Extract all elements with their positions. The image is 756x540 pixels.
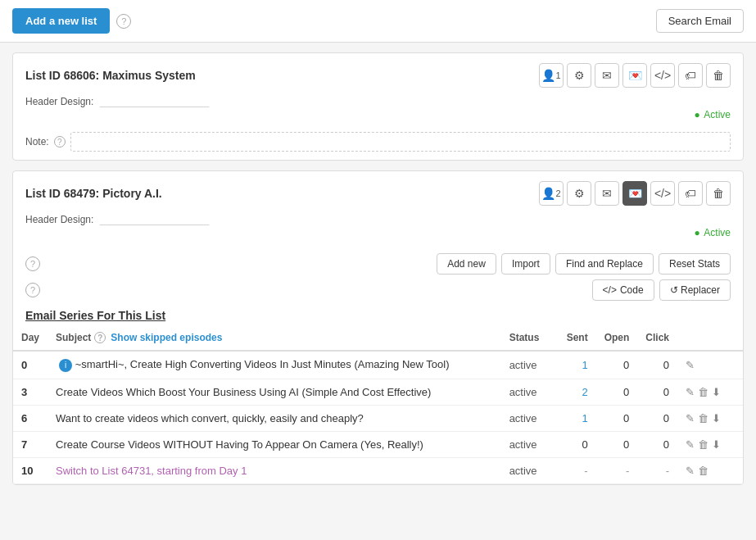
cell-sent-3: 0 <box>559 431 596 457</box>
person-icon: 👤 <box>541 69 555 82</box>
trash-button-68606[interactable]: 🗑 <box>706 63 731 88</box>
edit-icon-0[interactable]: ✎ <box>686 359 695 371</box>
cell-click-4: - <box>637 457 677 483</box>
cell-sent-2[interactable]: 1 <box>559 405 596 431</box>
code-symbol-icon: </> <box>603 284 617 296</box>
trash-icon-row-2[interactable]: 🗑 <box>698 412 708 424</box>
edit-icon-3[interactable]: ✎ <box>686 438 695 451</box>
trash-icon-row-4[interactable]: 🗑 <box>698 465 708 477</box>
search-email-button[interactable]: Search Email <box>656 9 744 33</box>
cell-day-0: 0 <box>13 351 48 379</box>
cell-status-4: active <box>501 457 559 483</box>
subject-help-icon[interactable]: ? <box>94 332 106 343</box>
table-row: 6Want to create videos which convert, qu… <box>13 405 743 431</box>
cell-actions-4: ✎🗑 <box>677 457 743 483</box>
add-list-help-icon[interactable]: ? <box>116 14 131 29</box>
note-row-68606: Note: ? <box>13 127 743 160</box>
active-dot-68479: ● <box>694 227 699 238</box>
edit-icon-4[interactable]: ✎ <box>686 465 695 477</box>
cell-open-4: - <box>596 457 638 483</box>
cell-subject-3: Create Course Videos WITHOUT Having To A… <box>48 431 501 457</box>
envelope-button-68479[interactable]: 💌 <box>622 181 647 206</box>
find-replace-button[interactable]: Find and Replace <box>555 253 654 275</box>
cell-actions-0: ✎ <box>677 351 743 379</box>
active-dot-68606: ● <box>694 109 699 120</box>
cell-open-2: 0 <box>596 405 638 431</box>
cell-sent-4: - <box>559 457 596 483</box>
info-icon-0[interactable]: i <box>59 359 72 372</box>
list-card-68606: List ID 68606: Maximus System 👤 1 ⚙ ✉ 💌 … <box>12 52 744 161</box>
col-click: Click <box>637 325 677 351</box>
table-row: 7Create Course Videos WITHOUT Having To … <box>13 431 743 457</box>
cell-status-1: active <box>501 379 559 405</box>
header-design-68606: Header Design: ____________________ <box>13 94 743 107</box>
cell-day-3: 7 <box>13 431 48 457</box>
subscriber-count-button-68606[interactable]: 👤 1 <box>539 63 564 88</box>
replacer-button[interactable]: ↺ Replacer <box>659 279 731 301</box>
import-button[interactable]: Import <box>501 253 550 275</box>
cell-open-0: 0 <box>596 351 638 379</box>
code-button-68479[interactable]: </> <box>650 181 675 206</box>
note-input-68606[interactable] <box>70 132 731 152</box>
cell-subject-4[interactable]: Switch to List 64731, starting from Day … <box>48 457 501 483</box>
table-row: 0i ~smartHi~, Create High Converting Vid… <box>13 351 743 379</box>
download-icon-3[interactable]: ⬇ <box>712 438 721 451</box>
add-new-list-button[interactable]: Add a new list <box>12 8 110 34</box>
trash-icon: 🗑 <box>713 69 724 82</box>
download-icon-2[interactable]: ⬇ <box>712 412 721 424</box>
cell-actions-2: ✎🗑⬇ <box>677 405 743 431</box>
trash-icon-2: 🗑 <box>713 187 724 200</box>
tag-button-68479[interactable]: 🏷 <box>678 181 703 206</box>
list-actions-68479: 👤 2 ⚙ ✉ 💌 </> 🏷 🗑 <box>539 181 731 206</box>
email-icon: ✉ <box>602 69 612 82</box>
code-btn[interactable]: </> Code <box>592 279 654 301</box>
show-skipped-link[interactable]: Show skipped episodes <box>111 332 222 343</box>
cell-click-0: 0 <box>637 351 677 379</box>
envelope-button-68606[interactable]: 💌 <box>622 63 647 88</box>
edit-icon-1[interactable]: ✎ <box>686 386 695 398</box>
gear-icon: ⚙ <box>574 69 585 82</box>
reset-stats-button[interactable]: Reset Stats <box>659 253 731 275</box>
list-header-68606: List ID 68606: Maximus System 👤 1 ⚙ ✉ 💌 … <box>13 53 743 94</box>
note-help-icon[interactable]: ? <box>54 136 66 147</box>
replacer-icon: ↺ <box>670 284 678 296</box>
active-badge-68606: ● Active <box>13 107 743 127</box>
add-new-button[interactable]: Add new <box>437 253 496 275</box>
trash-button-68479[interactable]: 🗑 <box>706 181 731 206</box>
cell-sent-0[interactable]: 1 <box>559 351 596 379</box>
email-button-68479[interactable]: ✉ <box>595 181 619 206</box>
second-toolbar: ? </> Code ↺ Replacer <box>13 275 743 301</box>
envelope-icon-2: 💌 <box>628 187 642 200</box>
series-title: Email Series For This List <box>25 309 165 322</box>
cell-subject-1: Create Videos Which Boost Your Business … <box>48 379 501 405</box>
subscriber-count-68479: 2 <box>555 188 560 198</box>
active-badge-68479: ● Active <box>13 225 743 245</box>
cell-click-3: 0 <box>637 431 677 457</box>
email-button-68606[interactable]: ✉ <box>595 63 619 88</box>
top-bar: Add a new list ? Search Email <box>0 0 756 43</box>
cell-subject-0: i ~smartHi~, Create High Converting Vide… <box>48 351 501 379</box>
subscriber-count-button-68479[interactable]: 👤 2 <box>539 181 564 206</box>
trash-icon-row-1[interactable]: 🗑 <box>698 386 708 398</box>
tag-button-68606[interactable]: 🏷 <box>678 63 703 88</box>
tag-icon-2: 🏷 <box>685 187 696 200</box>
trash-icon-row-3[interactable]: 🗑 <box>698 438 708 451</box>
list-title-68479: List ID 68479: Pictory A.I. <box>25 187 162 200</box>
gear-button-68479[interactable]: ⚙ <box>567 181 591 206</box>
gear-button-68606[interactable]: ⚙ <box>567 63 591 88</box>
cell-sent-1[interactable]: 2 <box>559 379 596 405</box>
series-title-row: Email Series For This List <box>13 301 743 325</box>
code-button-68606[interactable]: </> <box>650 63 675 88</box>
col-sent: Sent <box>559 325 596 351</box>
cell-actions-1: ✎🗑⬇ <box>677 379 743 405</box>
series-help-icon[interactable]: ? <box>25 256 40 271</box>
download-icon-1[interactable]: ⬇ <box>712 386 721 398</box>
edit-icon-2[interactable]: ✎ <box>686 412 695 424</box>
cell-day-4: 10 <box>13 457 48 483</box>
cell-actions-3: ✎🗑⬇ <box>677 431 743 457</box>
cell-open-3: 0 <box>596 431 638 457</box>
second-help-icon[interactable]: ? <box>25 283 40 297</box>
list-actions-68606: 👤 1 ⚙ ✉ 💌 </> 🏷 🗑 <box>539 63 731 88</box>
list-title-68606: List ID 68606: Maximus System <box>25 69 196 82</box>
header-design-68479: Header Design: ____________________ <box>13 212 743 225</box>
